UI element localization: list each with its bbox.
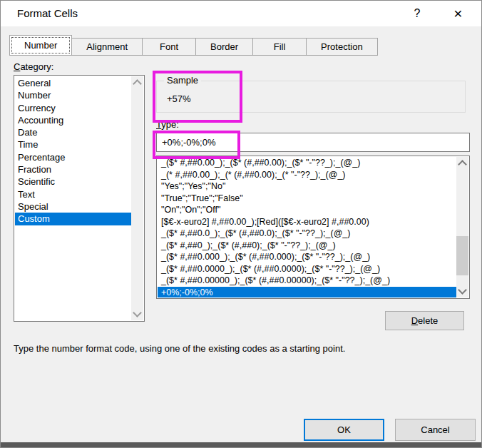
delete-button[interactable]: Delete — [385, 311, 464, 330]
help-icon: ? — [414, 7, 421, 20]
ok-button[interactable]: OK — [304, 419, 384, 441]
format-scroll-down-button[interactable] — [456, 285, 468, 297]
format-scroll-up-button[interactable] — [456, 157, 468, 169]
category-item-scientific[interactable]: Scientific — [15, 175, 131, 188]
sample-group-label: Sample — [164, 75, 201, 86]
window-title: Format Cells — [17, 1, 78, 26]
category-label-mnemonic: C — [14, 61, 20, 72]
category-item-currency[interactable]: Currency — [15, 102, 131, 114]
tab-fill[interactable]: Fill — [252, 38, 307, 56]
format-code-item-11[interactable]: +0%;-0%;0% — [158, 287, 456, 297]
category-item-general[interactable]: General — [15, 77, 131, 89]
category-label-rest: ategory: — [20, 61, 53, 72]
format-cells-dialog: Format Cells ? × NumberAlignmentFontBord… — [0, 0, 482, 448]
category-scroll-up-button[interactable] — [131, 76, 143, 88]
tab-protection[interactable]: Protection — [306, 38, 378, 56]
tab-strip: NumberAlignmentFontBorderFillProtection — [9, 35, 378, 56]
chevron-up-icon — [133, 79, 142, 88]
window-bottom-edge — [1, 442, 481, 447]
instruction-text: Type the number format code, using one o… — [14, 343, 345, 354]
category-item-accounting[interactable]: Accounting — [15, 114, 131, 126]
type-label-rest: ype: — [161, 119, 179, 130]
sample-value: +57% — [167, 93, 191, 104]
format-code-item-10[interactable]: _($* #,##0.00000_);_($* (#,##0.00000);_(… — [158, 275, 456, 287]
format-codes-scrollbar[interactable] — [456, 157, 468, 297]
chevron-down-icon — [458, 285, 467, 295]
category-scroll-down-button[interactable] — [131, 308, 143, 320]
tab-alignment[interactable]: Alignment — [71, 38, 143, 56]
type-input[interactable]: +0%;-0%;0% — [156, 133, 470, 152]
close-icon: × — [453, 5, 462, 22]
format-scrollbar-thumb[interactable] — [456, 236, 468, 275]
category-item-custom[interactable]: Custom — [15, 213, 131, 225]
category-item-special[interactable]: Special — [15, 200, 131, 213]
format-code-item-0[interactable]: _($* #,##0.00_);_($* (#,##0.00);_($* "-"… — [158, 157, 456, 169]
type-label: Type: — [156, 119, 179, 130]
format-code-item-6[interactable]: _($* #,##0.0_);_($* (#,##0.0);_($* "-"??… — [158, 228, 456, 240]
category-item-date[interactable]: Date — [15, 126, 131, 138]
delete-button-mnemonic: D — [411, 315, 418, 326]
chevron-up-icon — [458, 160, 467, 169]
category-label: Category: — [14, 61, 53, 72]
category-item-fraction[interactable]: Fraction — [15, 163, 131, 175]
help-button[interactable]: ? — [403, 1, 431, 26]
category-listbox[interactable]: GeneralNumberCurrencyAccountingDateTimeP… — [14, 75, 145, 322]
format-code-item-4[interactable]: "On";"On";"Off" — [158, 204, 456, 216]
tab-font[interactable]: Font — [142, 38, 196, 56]
category-list-items: GeneralNumberCurrencyAccountingDateTimeP… — [15, 77, 131, 320]
format-code-item-3[interactable]: "True";"True";"False" — [158, 193, 456, 205]
sample-groupbox: Sample +57% — [156, 81, 466, 113]
format-codes-items: _($* #,##0.00_);_($* (#,##0.00);_($* "-"… — [158, 157, 456, 297]
cancel-button[interactable]: Cancel — [395, 419, 476, 441]
category-item-time[interactable]: Time — [15, 138, 131, 151]
tab-border[interactable]: Border — [195, 38, 253, 56]
format-codes-listbox[interactable]: _($* #,##0.00_);_($* (#,##0.00);_($* "-"… — [156, 156, 470, 299]
format-code-item-8[interactable]: _($* #,##0.000_);_($* (#,##0.000);_($* "… — [158, 251, 456, 263]
chevron-down-icon — [133, 308, 142, 317]
close-button[interactable]: × — [442, 1, 474, 26]
category-item-percentage[interactable]: Percentage — [15, 151, 131, 163]
title-bar: Format Cells ? × — [1, 1, 481, 26]
category-item-text[interactable]: Text — [15, 188, 131, 200]
format-code-item-7[interactable]: _($* #,##0_);_($* (#,##0);_($* "-"??_);_… — [158, 240, 456, 252]
tab-number[interactable]: Number — [9, 35, 72, 56]
format-code-item-9[interactable]: _($* #,##0.0000_);_($* (#,##0.0000);_($*… — [158, 263, 456, 275]
delete-button-rest: elete — [418, 315, 438, 326]
format-code-item-5[interactable]: [$€-x-euro2] #,##0.00_);[Red]([$€-x-euro… — [158, 216, 456, 228]
format-code-item-2[interactable]: "Yes";"Yes";"No" — [158, 180, 456, 193]
format-code-item-1[interactable]: _(* #,##0.00_);_(* (#,##0.00);_(* "-"??_… — [158, 169, 456, 181]
category-scrollbar[interactable] — [131, 76, 143, 320]
category-item-number[interactable]: Number — [15, 89, 131, 101]
